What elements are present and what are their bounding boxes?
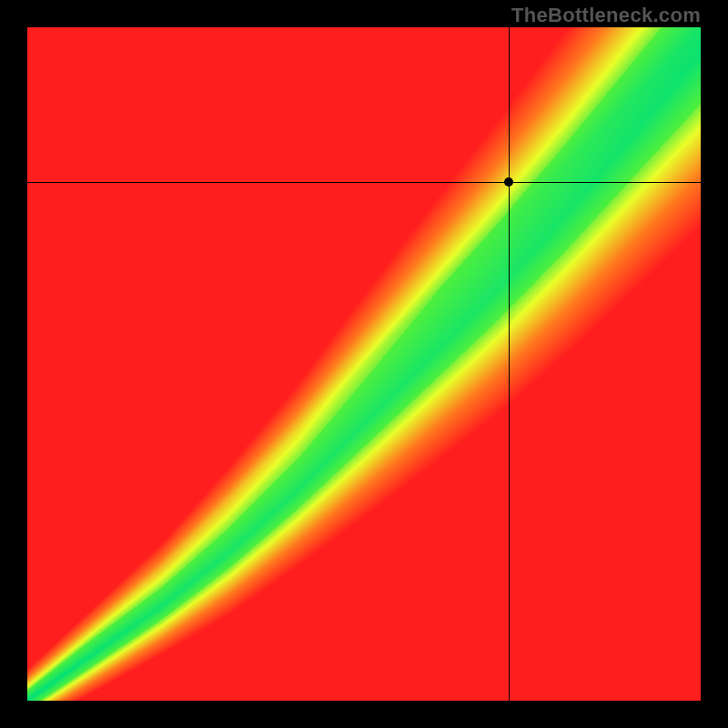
chart-container: TheBottleneck.com — [0, 0, 728, 728]
watermark-text: TheBottleneck.com — [511, 4, 701, 27]
marker-dot — [504, 177, 513, 187]
heatmap-canvas — [27, 27, 701, 701]
crosshair-horizontal — [27, 182, 701, 183]
crosshair-vertical — [509, 27, 510, 701]
